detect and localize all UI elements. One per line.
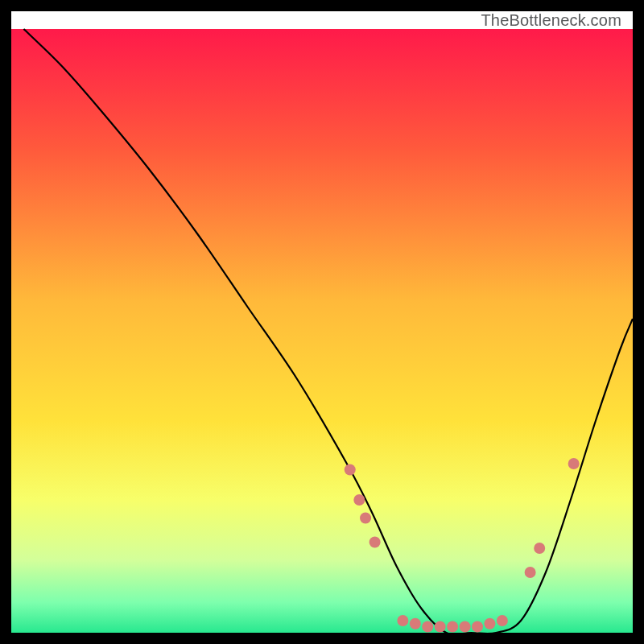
watermark-text: TheBottleneck.com	[481, 11, 621, 30]
data-marker	[410, 618, 421, 630]
data-marker	[484, 618, 495, 630]
data-marker	[497, 615, 508, 626]
data-marker	[534, 543, 545, 554]
chart-frame: TheBottleneck.com	[11, 11, 633, 633]
data-marker	[472, 621, 483, 633]
data-marker	[422, 621, 433, 633]
data-marker	[435, 621, 446, 633]
bottleneck-chart	[11, 11, 633, 633]
data-marker	[447, 621, 458, 633]
data-marker	[360, 513, 371, 524]
data-marker	[369, 537, 381, 548]
data-marker	[353, 494, 365, 506]
data-marker	[460, 621, 471, 633]
data-marker	[525, 567, 536, 578]
gradient-background	[11, 29, 633, 633]
data-marker	[568, 458, 580, 469]
data-marker	[397, 615, 408, 626]
data-marker	[345, 464, 356, 476]
